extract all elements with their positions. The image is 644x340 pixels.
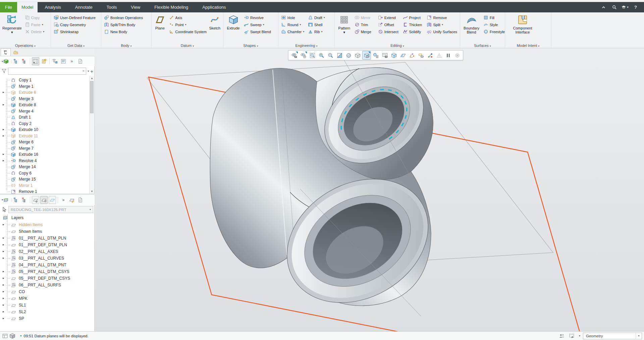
- expand-icon[interactable]: ▸: [3, 270, 4, 273]
- group-label[interactable]: Engineering ▾: [278, 44, 334, 48]
- visibility-eye-button[interactable]: [290, 51, 299, 60]
- expand-icon[interactable]: ▸: [3, 310, 4, 313]
- hole-button[interactable]: Hole: [280, 14, 306, 21]
- scroll-down-icon[interactable]: ▼: [90, 189, 94, 194]
- regenerate-button[interactable]: Regenerate▾: [1, 13, 23, 42]
- tree-item-extrude-6[interactable]: ▸ Extrude 6: [0, 89, 95, 96]
- tree-columns-toggle[interactable]: [32, 57, 39, 65]
- filter-clear-icon[interactable]: ×: [82, 69, 85, 73]
- tree-item-merge-1[interactable]: Merge 1: [0, 83, 95, 90]
- coordinate-system-button[interactable]: Coordinate System: [168, 28, 207, 35]
- command-search-icon[interactable]: [610, 3, 619, 11]
- expand-icon[interactable]: ▸: [3, 152, 4, 156]
- intersect-button[interactable]: Intersect: [377, 28, 401, 35]
- remove-button[interactable]: Remove: [425, 14, 459, 21]
- datum-display-button[interactable]: [398, 51, 407, 60]
- show-tags-button[interactable]: [417, 51, 425, 60]
- group-label[interactable]: Datum ▾: [152, 44, 223, 48]
- expand-icon[interactable]: ▸: [3, 317, 4, 320]
- split-trim-body-button[interactable]: Split/Trim Body: [103, 21, 150, 28]
- group-label[interactable]: Operations ▾: [0, 44, 51, 48]
- layer-item-toggle[interactable]: [40, 196, 48, 204]
- select-box-icon[interactable]: [569, 333, 575, 339]
- tree-filters[interactable]: [51, 57, 59, 65]
- display-style-button[interactable]: [344, 51, 353, 60]
- expand-icon[interactable]: ▸: [3, 103, 4, 106]
- pause-button[interactable]: [444, 51, 452, 60]
- expand-icon[interactable]: ▸: [3, 290, 4, 293]
- appearances-button[interactable]: [371, 51, 380, 60]
- model-tree-scrollbar[interactable]: ▲ ▼: [89, 76, 94, 194]
- view-mode-button[interactable]: [362, 51, 371, 60]
- layer-hidden-toggle[interactable]: [49, 196, 56, 204]
- tree-item-extrude-8[interactable]: ▸ Extrude 8: [0, 102, 95, 108]
- tab-annotate[interactable]: Annotate: [68, 2, 100, 12]
- layer-item-06__prt_all_surfs[interactable]: ▸ 06__PRT_ALL_SURFS: [0, 282, 95, 288]
- offset-button[interactable]: Offset: [377, 21, 401, 28]
- tree-item-draft-1[interactable]: Draft 1: [0, 114, 95, 121]
- layer-item-01__prt_def_dtm_pln[interactable]: ▸ 01__PRT_DEF_DTM_PLN: [0, 242, 95, 248]
- expand-icon[interactable]: ▸: [3, 236, 4, 240]
- expand-icon[interactable]: ▸: [3, 159, 4, 162]
- expand-icon[interactable]: ▸: [3, 276, 4, 280]
- tree-item-merge-14[interactable]: Merge 14: [0, 164, 95, 170]
- part-selector-combo[interactable]: REDUCING_TEE-160X125.PRT ▾: [8, 206, 93, 213]
- copy-geometry-button[interactable]: Copy Geometry: [52, 21, 99, 28]
- sketch-button[interactable]: Sketch: [208, 13, 222, 42]
- component-interface-button[interactable]: ComponentInterface: [506, 13, 539, 42]
- tree-item-merge-6[interactable]: Merge 6: [0, 139, 95, 145]
- expand-icon[interactable]: ▸: [3, 303, 4, 307]
- copy-button[interactable]: Copy: [23, 14, 49, 21]
- tree-item-remove-1[interactable]: Remove 1: [0, 189, 95, 194]
- sections-button[interactable]: [389, 51, 398, 60]
- tab-tools[interactable]: Tools: [100, 2, 124, 12]
- zoom-in-button[interactable]: [317, 51, 326, 60]
- resume-button[interactable]: [453, 51, 462, 60]
- thicken-button[interactable]: Thicken: [401, 21, 425, 28]
- solidify-button[interactable]: Solidify: [401, 28, 425, 35]
- tree-item-revolve-4[interactable]: ▸ Revolve 4: [0, 158, 95, 164]
- tree-collapse-all[interactable]: [21, 57, 28, 65]
- point-button[interactable]: Point▾: [168, 21, 207, 28]
- paste-button[interactable]: Paste▾: [23, 21, 49, 28]
- layers-dropdown[interactable]: ▾: [1, 196, 9, 204]
- saved-views-button[interactable]: [353, 51, 362, 60]
- tree-overflow[interactable]: »: [68, 57, 75, 65]
- annotation-display-button[interactable]: [408, 51, 416, 60]
- split-button[interactable]: Split▾: [425, 21, 459, 28]
- active-model-dropdown[interactable]: ▾: [1, 57, 9, 65]
- trim-button[interactable]: Trim: [353, 21, 376, 28]
- expand-icon[interactable]: ▸: [3, 90, 4, 94]
- layers-expand-all[interactable]: [12, 196, 20, 204]
- expand-icon[interactable]: ▸: [3, 134, 4, 137]
- learning-center-icon[interactable]: ▾: [621, 3, 629, 11]
- scroll-up-icon[interactable]: ▲: [90, 76, 94, 80]
- unify-surfaces-button[interactable]: Unify Surfaces: [425, 28, 459, 35]
- layers-root[interactable]: Layers: [0, 214, 95, 221]
- layer-item-co[interactable]: ▸ CO: [0, 288, 95, 295]
- layer-item-sl2[interactable]: ▸ SL2: [0, 309, 95, 315]
- tab-model[interactable]: Model: [17, 2, 38, 12]
- tab-folder-browser[interactable]: [11, 48, 21, 56]
- expand-icon[interactable]: ▸: [3, 250, 4, 253]
- filter-add-icon[interactable]: +: [90, 68, 93, 74]
- tree-item-merge-15[interactable]: Merge 15: [0, 176, 95, 183]
- group-label[interactable]: Shapes ▾: [223, 44, 278, 48]
- plane-button[interactable]: Plane: [153, 13, 167, 42]
- shrinkwrap-button[interactable]: Shrinkwrap: [52, 28, 99, 35]
- visibility-history-button[interactable]: [299, 51, 308, 60]
- layers-overflow[interactable]: »: [60, 196, 67, 204]
- repaint-button[interactable]: [335, 51, 344, 60]
- group-label[interactable]: Body ▾: [101, 44, 151, 48]
- expand-icon[interactable]: ▸: [3, 256, 4, 260]
- sweep-button[interactable]: Sweep▾: [243, 21, 277, 28]
- screen-capture-button[interactable]: [380, 51, 389, 60]
- tab-analysis[interactable]: Analysis: [38, 2, 68, 12]
- expand-icon[interactable]: ▸: [3, 128, 4, 131]
- tab-applications[interactable]: Applications: [195, 2, 233, 12]
- group-label[interactable]: Surfaces ▾: [460, 44, 505, 48]
- tree-add-column[interactable]: [40, 57, 48, 65]
- layer-item-04__prt_all_dtm_pnt[interactable]: 04__PRT_ALL_DTM_PNT: [0, 262, 95, 268]
- mirror-button[interactable]: Mirror: [353, 14, 376, 21]
- fill-button[interactable]: Fill: [482, 14, 503, 21]
